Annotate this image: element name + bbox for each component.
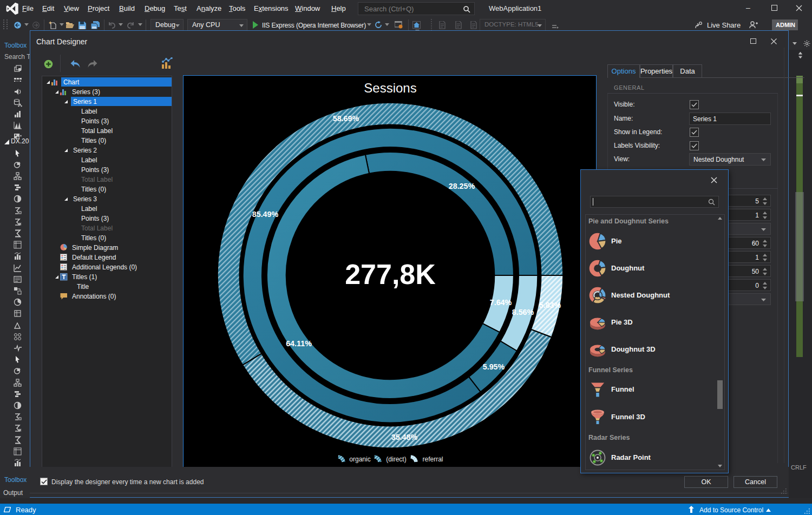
svg-text:277,8K: 277,8K — [345, 259, 436, 290]
svg-text:8.56%: 8.56% — [512, 308, 534, 316]
svg-text:organic: organic — [349, 455, 370, 463]
svg-text:(direct): (direct) — [386, 455, 406, 463]
svg-text:28.25%: 28.25% — [449, 182, 475, 190]
svg-text:58.69%: 58.69% — [333, 114, 359, 123]
svg-text:64.11%: 64.11% — [286, 339, 312, 348]
svg-text:85.49%: 85.49% — [252, 210, 279, 219]
svg-text:5.83%: 5.83% — [539, 301, 561, 309]
svg-text:referral: referral — [422, 455, 443, 463]
svg-text:7.64%: 7.64% — [490, 298, 512, 307]
svg-text:Sessions: Sessions — [364, 81, 416, 95]
svg-text:5.95%: 5.95% — [483, 362, 505, 371]
svg-text:35.48%: 35.48% — [391, 433, 418, 441]
